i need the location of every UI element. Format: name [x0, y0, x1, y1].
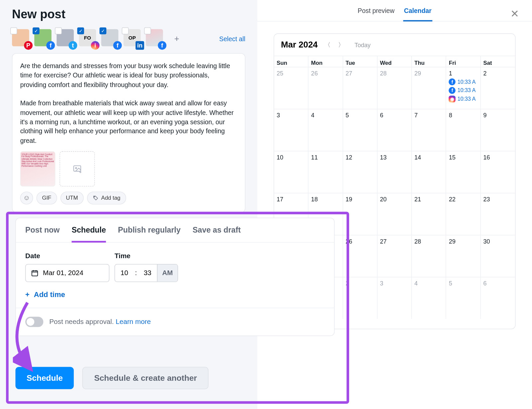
close-icon[interactable]: ✕: [510, 8, 519, 20]
time-input[interactable]: 10 : 33 AM: [114, 264, 178, 282]
schedule-button[interactable]: Schedule: [15, 367, 74, 389]
calendar-event[interactable]: f10:33 A: [449, 87, 478, 94]
calendar-day[interactable]: 27: [377, 235, 412, 277]
calendar-icon: [31, 269, 39, 277]
emoji-icon[interactable]: ☺: [20, 191, 33, 204]
calendar-day[interactable]: 2: [343, 277, 377, 319]
dow-header: Sat: [481, 56, 515, 67]
fb-icon: f: [158, 41, 167, 50]
profile-avatar[interactable]: ✓f: [101, 29, 120, 48]
calendar-day[interactable]: 7: [412, 109, 447, 151]
day-number: 20: [380, 196, 409, 203]
profile-checkbox[interactable]: [122, 28, 129, 35]
profile-avatar[interactable]: OPin: [124, 29, 143, 48]
add-media-button[interactable]: [60, 151, 95, 186]
calendar-day[interactable]: 25: [274, 67, 309, 109]
calendar-day[interactable]: 14: [412, 151, 447, 193]
profile-checkbox[interactable]: ✓: [99, 28, 106, 35]
tab-publish-regularly[interactable]: Publish regularly: [118, 226, 181, 242]
calendar-day[interactable]: 27: [343, 67, 377, 109]
dow-header: Wed: [377, 56, 412, 67]
profile-avatar[interactable]: f: [146, 29, 165, 48]
calendar-event[interactable]: ◉10:33 A: [449, 96, 478, 103]
calendar-day[interactable]: 26: [343, 235, 377, 277]
calendar-day[interactable]: 21: [412, 193, 447, 235]
calendar-day[interactable]: 12: [343, 151, 377, 193]
calendar-day[interactable]: 8: [446, 109, 481, 151]
calendar-day[interactable]: 10: [274, 151, 309, 193]
profile-checkbox[interactable]: [144, 28, 151, 35]
calendar-day[interactable]: 11: [309, 151, 343, 193]
calendar-day[interactable]: 29: [412, 67, 447, 109]
hour-value[interactable]: 10: [115, 264, 134, 282]
tab-save-as-draft[interactable]: Save as draft: [193, 226, 241, 242]
attached-image-thumb[interactable]: YOUR LOGO Style And Comfort For Busy Pro…: [20, 151, 56, 186]
calendar-day[interactable]: 2: [481, 67, 515, 109]
profile-checkbox[interactable]: ✓: [33, 28, 40, 35]
add-profile-button[interactable]: +: [168, 30, 186, 47]
day-number: 16: [483, 154, 512, 161]
calendar-day[interactable]: 26: [309, 67, 343, 109]
schedule-create-another-button[interactable]: Schedule & create another: [82, 367, 208, 389]
tab-post-preview[interactable]: Post preview: [357, 7, 395, 21]
profile-avatar[interactable]: ✓f: [34, 29, 53, 48]
calendar-day[interactable]: 19: [343, 193, 377, 235]
calendar-day[interactable]: 9: [481, 109, 515, 151]
calendar-day[interactable]: 22: [446, 193, 481, 235]
calendar-day[interactable]: 15: [446, 151, 481, 193]
profile-checkbox[interactable]: [10, 28, 17, 35]
calendar-day[interactable]: 3: [377, 277, 412, 319]
calendar-day[interactable]: 29: [446, 235, 481, 277]
select-all-link[interactable]: Select all: [219, 35, 245, 42]
tab-post-now[interactable]: Post now: [25, 226, 60, 242]
dow-header: Fri: [446, 56, 481, 67]
calendar-day[interactable]: 30: [481, 235, 515, 277]
event-time: 10:33 A: [458, 87, 476, 93]
calendar-day[interactable]: 20: [377, 193, 412, 235]
calendar-day[interactable]: 13: [377, 151, 412, 193]
day-number: 3: [277, 112, 306, 119]
calendar-day[interactable]: 28: [377, 67, 412, 109]
profile-checkbox[interactable]: [55, 28, 62, 35]
calendar-day[interactable]: 5: [343, 109, 377, 151]
calendar-day[interactable]: 16: [481, 151, 515, 193]
calendar-day[interactable]: 6: [481, 277, 515, 319]
day-number: 5: [345, 112, 374, 119]
calendar-day[interactable]: 1f10:33 Af10:33 A◉10:33 A: [446, 67, 481, 109]
today-button[interactable]: Today: [354, 41, 370, 48]
prev-month-icon[interactable]: 〈: [324, 41, 331, 49]
approval-text: Post needs approval. Learn more: [49, 318, 151, 326]
tab-calendar[interactable]: Calendar: [403, 7, 432, 22]
gif-button[interactable]: GIF: [37, 191, 57, 204]
date-input[interactable]: Mar 01, 2024: [25, 264, 109, 282]
profile-avatar[interactable]: t: [57, 29, 75, 48]
day-number: 4: [311, 112, 340, 119]
profile-checkbox[interactable]: ✓: [77, 28, 84, 35]
post-text[interactable]: Are the demands and stresses from your b…: [20, 61, 237, 145]
tab-schedule[interactable]: Schedule: [71, 226, 106, 243]
calendar-day[interactable]: 4: [412, 277, 447, 319]
ampm-toggle[interactable]: AM: [157, 264, 178, 282]
profile-avatar[interactable]: FO✓i: [79, 29, 98, 48]
next-month-icon[interactable]: 〉: [337, 41, 345, 49]
dow-header: Sun: [274, 56, 309, 67]
day-number: 6: [483, 280, 512, 287]
calendar-event[interactable]: f10:33 A: [449, 78, 478, 85]
calendar-day[interactable]: 23: [481, 193, 515, 235]
calendar-day[interactable]: 5: [446, 277, 481, 319]
plus-icon: +: [25, 291, 30, 299]
calendar-day[interactable]: 3: [274, 109, 309, 151]
profile-avatar[interactable]: P: [12, 29, 31, 48]
calendar-day[interactable]: 28: [412, 235, 447, 277]
add-tag-button[interactable]: Add tag: [87, 191, 126, 204]
date-column: Date Mar 01, 2024: [25, 252, 109, 282]
calendar-day[interactable]: 6: [377, 109, 412, 151]
minute-value[interactable]: 33: [138, 264, 157, 282]
approval-toggle[interactable]: [25, 317, 43, 327]
calendar-day[interactable]: 4: [309, 109, 343, 151]
add-time-button[interactable]: + Add time: [16, 285, 334, 308]
learn-more-link[interactable]: Learn more: [116, 318, 151, 325]
day-number: 29: [449, 238, 478, 245]
utm-button[interactable]: UTM: [60, 191, 83, 204]
day-number: 11: [311, 154, 340, 161]
